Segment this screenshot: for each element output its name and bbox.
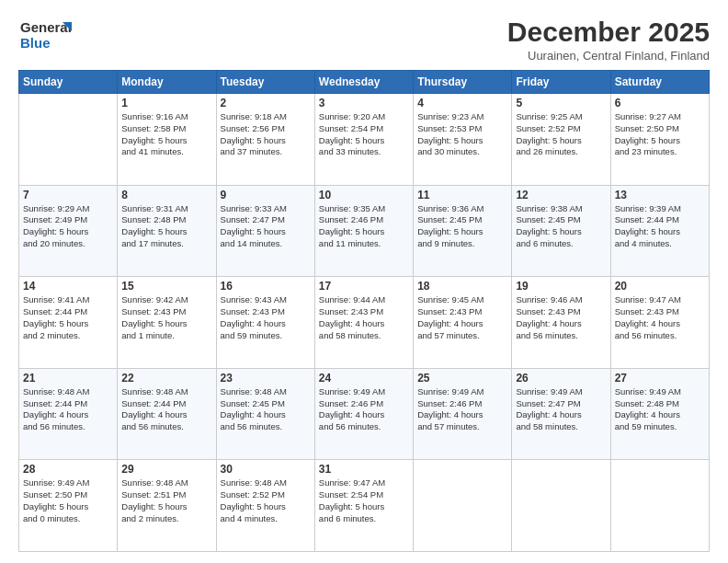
calendar-cell: 29Sunrise: 9:48 AM Sunset: 2:51 PM Dayli… — [118, 460, 216, 552]
calendar-cell — [610, 460, 709, 552]
day-number: 29 — [121, 463, 211, 476]
calendar-cell: 24Sunrise: 9:49 AM Sunset: 2:46 PM Dayli… — [314, 368, 413, 460]
day-info: Sunrise: 9:49 AM Sunset: 2:48 PM Dayligh… — [615, 386, 705, 433]
day-info: Sunrise: 9:35 AM Sunset: 2:46 PM Dayligh… — [319, 203, 409, 250]
day-info: Sunrise: 9:20 AM Sunset: 2:54 PM Dayligh… — [319, 111, 409, 158]
day-number: 31 — [319, 463, 409, 476]
day-number: 10 — [319, 189, 409, 201]
calendar-cell: 19Sunrise: 9:46 AM Sunset: 2:43 PM Dayli… — [512, 277, 610, 369]
day-info: Sunrise: 9:47 AM Sunset: 2:54 PM Dayligh… — [319, 477, 409, 524]
day-number: 3 — [319, 97, 409, 109]
day-number: 27 — [615, 372, 705, 385]
col-tuesday: Tuesday — [216, 71, 314, 94]
day-info: Sunrise: 9:48 AM Sunset: 2:44 PM Dayligh… — [23, 386, 113, 433]
subtitle: Uurainen, Central Finland, Finland — [507, 49, 710, 63]
calendar-week-3: 21Sunrise: 9:48 AM Sunset: 2:44 PM Dayli… — [19, 368, 710, 460]
calendar-cell: 10Sunrise: 9:35 AM Sunset: 2:46 PM Dayli… — [314, 185, 413, 277]
day-info: Sunrise: 9:46 AM Sunset: 2:43 PM Dayligh… — [516, 294, 606, 341]
col-thursday: Thursday — [414, 71, 512, 94]
day-info: Sunrise: 9:27 AM Sunset: 2:50 PM Dayligh… — [615, 111, 705, 158]
calendar-cell: 27Sunrise: 9:49 AM Sunset: 2:48 PM Dayli… — [610, 368, 709, 460]
day-number: 26 — [516, 372, 606, 385]
page: GeneralBlue December 2025 Uurainen, Cent… — [0, 0, 728, 563]
day-info: Sunrise: 9:18 AM Sunset: 2:56 PM Dayligh… — [221, 111, 311, 158]
svg-text:General: General — [20, 19, 72, 35]
calendar-cell: 8Sunrise: 9:31 AM Sunset: 2:48 PM Daylig… — [118, 185, 216, 277]
day-number: 16 — [221, 280, 311, 293]
day-info: Sunrise: 9:29 AM Sunset: 2:49 PM Dayligh… — [23, 203, 113, 250]
calendar-cell: 13Sunrise: 9:39 AM Sunset: 2:44 PM Dayli… — [610, 185, 709, 277]
calendar-cell — [414, 460, 512, 552]
col-saturday: Saturday — [610, 71, 709, 94]
day-number: 25 — [417, 372, 507, 385]
logo: GeneralBlue — [18, 17, 74, 53]
day-info: Sunrise: 9:49 AM Sunset: 2:46 PM Dayligh… — [319, 386, 409, 433]
calendar-week-1: 7Sunrise: 9:29 AM Sunset: 2:49 PM Daylig… — [19, 185, 710, 277]
calendar-cell: 9Sunrise: 9:33 AM Sunset: 2:47 PM Daylig… — [216, 185, 314, 277]
day-info: Sunrise: 9:39 AM Sunset: 2:44 PM Dayligh… — [615, 203, 705, 250]
day-info: Sunrise: 9:49 AM Sunset: 2:50 PM Dayligh… — [23, 477, 113, 524]
day-number: 2 — [221, 97, 311, 109]
day-info: Sunrise: 9:31 AM Sunset: 2:48 PM Dayligh… — [121, 203, 211, 250]
calendar-week-4: 28Sunrise: 9:49 AM Sunset: 2:50 PM Dayli… — [19, 460, 710, 552]
day-info: Sunrise: 9:43 AM Sunset: 2:43 PM Dayligh… — [221, 294, 311, 341]
day-info: Sunrise: 9:23 AM Sunset: 2:53 PM Dayligh… — [417, 111, 507, 158]
calendar-table: Sunday Monday Tuesday Wednesday Thursday… — [18, 70, 710, 552]
day-number: 18 — [417, 280, 507, 293]
day-info: Sunrise: 9:33 AM Sunset: 2:47 PM Dayligh… — [221, 203, 311, 250]
calendar-week-2: 14Sunrise: 9:41 AM Sunset: 2:44 PM Dayli… — [19, 277, 710, 369]
day-number: 8 — [121, 189, 211, 201]
calendar-cell — [19, 94, 118, 186]
calendar-cell: 17Sunrise: 9:44 AM Sunset: 2:43 PM Dayli… — [314, 277, 413, 369]
day-info: Sunrise: 9:47 AM Sunset: 2:43 PM Dayligh… — [615, 294, 705, 341]
col-monday: Monday — [118, 71, 216, 94]
col-sunday: Sunday — [19, 71, 118, 94]
day-number: 30 — [221, 463, 311, 476]
calendar-cell: 5Sunrise: 9:25 AM Sunset: 2:52 PM Daylig… — [512, 94, 610, 186]
day-info: Sunrise: 9:16 AM Sunset: 2:58 PM Dayligh… — [121, 111, 211, 158]
calendar-cell: 12Sunrise: 9:38 AM Sunset: 2:45 PM Dayli… — [512, 185, 610, 277]
svg-text:Blue: Blue — [20, 35, 51, 51]
day-number: 1 — [121, 97, 211, 109]
calendar-cell: 23Sunrise: 9:48 AM Sunset: 2:45 PM Dayli… — [216, 368, 314, 460]
calendar-cell: 4Sunrise: 9:23 AM Sunset: 2:53 PM Daylig… — [414, 94, 512, 186]
day-info: Sunrise: 9:36 AM Sunset: 2:45 PM Dayligh… — [417, 203, 507, 250]
col-wednesday: Wednesday — [314, 71, 413, 94]
day-info: Sunrise: 9:48 AM Sunset: 2:52 PM Dayligh… — [221, 477, 311, 524]
day-info: Sunrise: 9:42 AM Sunset: 2:43 PM Dayligh… — [121, 294, 211, 341]
calendar-cell: 26Sunrise: 9:49 AM Sunset: 2:47 PM Dayli… — [512, 368, 610, 460]
day-info: Sunrise: 9:44 AM Sunset: 2:43 PM Dayligh… — [319, 294, 409, 341]
calendar-cell: 25Sunrise: 9:49 AM Sunset: 2:46 PM Dayli… — [414, 368, 512, 460]
day-number: 14 — [23, 280, 113, 293]
day-info: Sunrise: 9:38 AM Sunset: 2:45 PM Dayligh… — [516, 203, 606, 250]
day-number: 23 — [221, 372, 311, 385]
day-info: Sunrise: 9:49 AM Sunset: 2:46 PM Dayligh… — [417, 386, 507, 433]
calendar-cell: 21Sunrise: 9:48 AM Sunset: 2:44 PM Dayli… — [19, 368, 118, 460]
calendar-cell: 30Sunrise: 9:48 AM Sunset: 2:52 PM Dayli… — [216, 460, 314, 552]
main-title: December 2025 — [507, 17, 710, 47]
day-number: 4 — [417, 97, 507, 109]
calendar-cell: 28Sunrise: 9:49 AM Sunset: 2:50 PM Dayli… — [19, 460, 118, 552]
calendar-cell: 11Sunrise: 9:36 AM Sunset: 2:45 PM Dayli… — [414, 185, 512, 277]
day-info: Sunrise: 9:48 AM Sunset: 2:45 PM Dayligh… — [221, 386, 311, 433]
header: GeneralBlue December 2025 Uurainen, Cent… — [18, 17, 710, 63]
calendar-cell: 6Sunrise: 9:27 AM Sunset: 2:50 PM Daylig… — [610, 94, 709, 186]
title-block: December 2025 Uurainen, Central Finland,… — [507, 17, 710, 63]
day-info: Sunrise: 9:48 AM Sunset: 2:51 PM Dayligh… — [121, 477, 211, 524]
day-number: 15 — [121, 280, 211, 293]
day-info: Sunrise: 9:48 AM Sunset: 2:44 PM Dayligh… — [121, 386, 211, 433]
day-number: 22 — [121, 372, 211, 385]
day-number: 13 — [615, 189, 705, 201]
calendar-header-row: Sunday Monday Tuesday Wednesday Thursday… — [19, 71, 710, 94]
calendar-cell — [512, 460, 610, 552]
calendar-cell: 7Sunrise: 9:29 AM Sunset: 2:49 PM Daylig… — [19, 185, 118, 277]
day-number: 24 — [319, 372, 409, 385]
day-number: 17 — [319, 280, 409, 293]
calendar-cell: 16Sunrise: 9:43 AM Sunset: 2:43 PM Dayli… — [216, 277, 314, 369]
calendar-cell: 18Sunrise: 9:45 AM Sunset: 2:43 PM Dayli… — [414, 277, 512, 369]
col-friday: Friday — [512, 71, 610, 94]
day-number: 12 — [516, 189, 606, 201]
day-number: 6 — [615, 97, 705, 109]
day-number: 21 — [23, 372, 113, 385]
calendar-cell: 22Sunrise: 9:48 AM Sunset: 2:44 PM Dayli… — [118, 368, 216, 460]
